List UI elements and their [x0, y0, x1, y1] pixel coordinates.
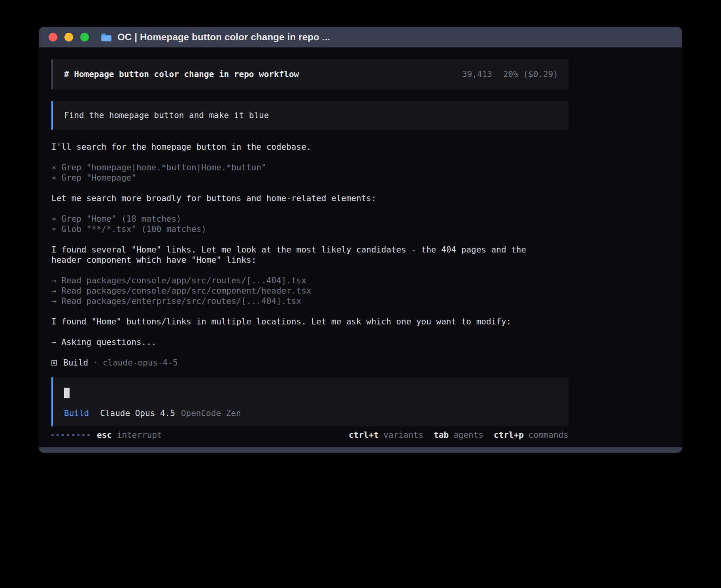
assistant-text: I found several "Home" links. Let me loo… [51, 245, 553, 265]
folder-icon [101, 33, 112, 42]
separator-dot: · [93, 358, 98, 368]
variants-label: variants [383, 430, 423, 440]
tool-call-grep: ∗ Grep "Home" (18 matches) [51, 214, 553, 224]
tool-call-glob: ∗ Glob "**/*.tsx" (100 matches) [51, 224, 553, 234]
assistant-status-text: ~ Asking questions... [51, 337, 553, 347]
session-meta: 39,413 20% ($0.29) [462, 69, 558, 79]
ctrl-p-key-hint: ctrl+p [494, 430, 524, 440]
spinner-dots-icon [51, 434, 90, 436]
model-indicator[interactable]: Claude Opus 4.5 [100, 408, 175, 418]
status-bar: esc interrupt ctrl+t variants tab agents… [51, 430, 568, 440]
esc-action-label: interrupt [117, 430, 162, 440]
hint-commands: ctrl+p commands [494, 430, 568, 440]
session-title: # Homepage button color change in repo w… [64, 69, 299, 79]
token-count: 39,413 [462, 69, 492, 79]
square-dot-icon [51, 360, 57, 366]
hint-agents: tab agents [434, 430, 483, 440]
esc-key-hint: esc [97, 430, 112, 440]
context-usage: 20% ($0.29) [503, 69, 558, 79]
statusbar-left: esc interrupt [51, 430, 162, 440]
tool-call-grep: ∗ Grep "Homepage" [51, 173, 553, 183]
statusbar-right: ctrl+t variants tab agents ctrl+p comman… [349, 430, 568, 440]
agent-status-line: Build · claude-opus-4-5 [51, 358, 553, 368]
text-cursor [64, 388, 70, 398]
close-button[interactable] [49, 33, 57, 41]
tool-call-group: → Read packages/console/app/src/routes/[… [51, 275, 553, 306]
assistant-text: Let me search more broadly for buttons a… [51, 193, 553, 204]
window-title: OC | Homepage button color change in rep… [117, 32, 330, 43]
tool-call-read: → Read packages/console/app/src/routes/[… [51, 275, 553, 286]
agent-model: claude-opus-4-5 [103, 358, 178, 368]
tool-call-read: → Read packages/enterprise/src/routes/[.… [51, 296, 553, 306]
app-window: OC | Homepage button color change in rep… [39, 27, 682, 453]
commands-label: commands [528, 430, 568, 440]
tool-call-group: ∗ Grep "homepage|home.*button|Home.*butt… [51, 162, 553, 183]
tool-call-group: ∗ Grep "Home" (18 matches) ∗ Glob "**/*.… [51, 214, 553, 234]
hint-variants: ctrl+t variants [349, 430, 423, 440]
minimize-button[interactable] [64, 33, 73, 41]
zoom-button[interactable] [80, 33, 89, 41]
prompt-input[interactable]: Build Claude Opus 4.5 OpenCode Zen [51, 377, 568, 426]
session-header: # Homepage button color change in repo w… [51, 59, 568, 89]
tool-call-grep: ∗ Grep "homepage|home.*button|Home.*butt… [51, 162, 553, 173]
titlebar[interactable]: OC | Homepage button color change in rep… [39, 27, 682, 47]
terminal-body: # Homepage button color change in repo w… [39, 47, 682, 447]
user-message: Find the homepage button and make it blu… [51, 101, 568, 130]
assistant-text: I'll search for the homepage button in t… [51, 142, 553, 152]
traffic-lights [49, 33, 89, 41]
input-footer: Build Claude Opus 4.5 OpenCode Zen [64, 408, 557, 418]
assistant-output: I'll search for the homepage button in t… [51, 142, 553, 368]
ctrl-t-key-hint: ctrl+t [349, 430, 379, 440]
tab-key-hint: tab [434, 430, 449, 440]
tool-call-read: → Read packages/console/app/src/componen… [51, 286, 553, 296]
agent-name: Build [63, 358, 88, 368]
mode-indicator[interactable]: Build [64, 408, 89, 418]
agents-label: agents [453, 430, 483, 440]
assistant-text: I found "Home" buttons/links in multiple… [51, 317, 553, 327]
provider-indicator: OpenCode Zen [181, 408, 241, 418]
